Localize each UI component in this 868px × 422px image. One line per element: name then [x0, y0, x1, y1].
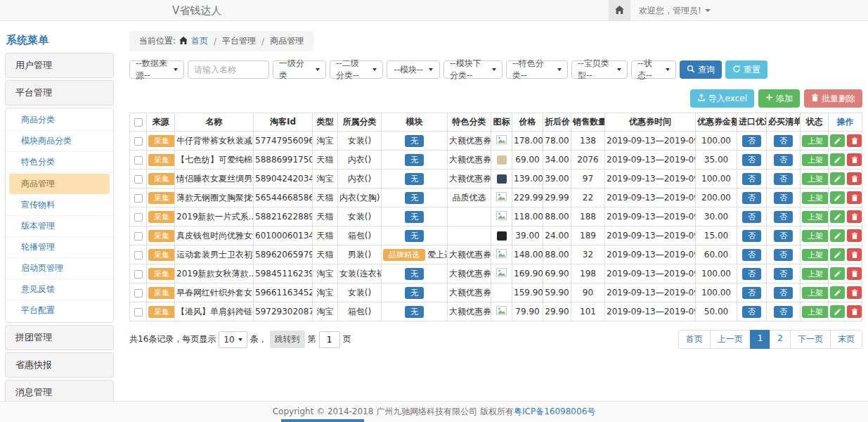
sidebar-section-13[interactable]: 省惠快报 — [5, 352, 114, 378]
delete-button[interactable] — [847, 248, 862, 261]
status-badge[interactable]: 上架 — [802, 135, 829, 147]
status-badge[interactable]: 上架 — [802, 154, 829, 166]
delete-button[interactable] — [847, 229, 862, 242]
status-badge[interactable]: 上架 — [802, 192, 829, 204]
sidebar-item-10[interactable]: 意见反馈 — [6, 279, 113, 300]
status-badge[interactable]: 上架 — [802, 211, 829, 223]
sidebar-item-9[interactable]: 启动页管理 — [6, 258, 113, 279]
edit-button[interactable] — [830, 305, 845, 318]
filter-select-3[interactable]: --二级分类-- — [330, 60, 383, 79]
row-checkbox[interactable] — [134, 137, 143, 146]
delete-button[interactable] — [847, 191, 862, 204]
must-buy-toggle[interactable]: 否 — [774, 211, 793, 223]
delete-button[interactable] — [847, 267, 862, 280]
must-buy-toggle[interactable]: 否 — [774, 230, 793, 242]
import-select-toggle[interactable]: 否 — [742, 173, 761, 185]
status-badge[interactable]: 上架 — [802, 287, 829, 299]
import-select-toggle[interactable]: 否 — [742, 287, 761, 299]
sidebar-section-0[interactable]: 用户管理 — [5, 53, 114, 78]
must-buy-toggle[interactable]: 否 — [774, 135, 793, 147]
sidebar-item-11[interactable]: 平台配置 — [6, 300, 113, 321]
edit-button[interactable] — [830, 134, 845, 147]
import-select-toggle[interactable]: 否 — [742, 192, 761, 204]
reset-button[interactable]: 重置 — [725, 60, 767, 79]
must-buy-toggle[interactable]: 否 — [774, 192, 793, 204]
row-checkbox[interactable] — [134, 289, 143, 298]
row-checkbox[interactable] — [134, 156, 143, 165]
row-checkbox[interactable] — [134, 213, 143, 222]
edit-button[interactable] — [830, 248, 845, 261]
page-button-0[interactable]: 首页 — [678, 330, 711, 349]
row-checkbox[interactable] — [134, 194, 143, 203]
edit-button[interactable] — [830, 286, 845, 299]
status-badge[interactable]: 上架 — [802, 173, 829, 185]
sidebar-item-4[interactable]: 特色分类 — [6, 152, 113, 173]
sidebar-section-1[interactable]: 平台管理 — [5, 80, 114, 106]
import-select-toggle[interactable]: 否 — [742, 154, 761, 166]
must-buy-toggle[interactable]: 否 — [774, 154, 793, 166]
edit-button[interactable] — [830, 267, 845, 280]
edit-button[interactable] — [830, 153, 845, 166]
edit-button[interactable] — [830, 229, 845, 242]
must-buy-toggle[interactable]: 否 — [774, 287, 793, 299]
filter-select-4[interactable]: --模块-- — [387, 60, 440, 79]
edit-button[interactable] — [830, 210, 845, 223]
import-select-toggle[interactable]: 否 — [742, 268, 761, 280]
filter-select-7[interactable]: --宝贝类型-- — [571, 60, 628, 79]
sidebar-item-8[interactable]: 轮播管理 — [6, 237, 113, 258]
page-button-3[interactable]: 2 — [770, 330, 791, 349]
status-badge[interactable]: 上架 — [802, 268, 829, 280]
import-select-toggle[interactable]: 否 — [742, 211, 761, 223]
search-button[interactable]: 查询 — [680, 60, 722, 79]
status-badge[interactable]: 上架 — [802, 306, 829, 318]
import-select-toggle[interactable]: 否 — [742, 306, 761, 318]
row-checkbox[interactable] — [134, 251, 143, 260]
import-excel-button[interactable]: 导入excel — [690, 89, 754, 108]
page-button-2[interactable]: 1 — [750, 330, 771, 349]
icp-link[interactable]: 粤ICP备16098006号 — [514, 406, 595, 418]
import-select-toggle[interactable]: 否 — [742, 249, 761, 261]
filter-select-8[interactable]: --状态-- — [631, 60, 676, 79]
status-badge[interactable]: 上架 — [802, 230, 829, 242]
per-page-select[interactable]: 10 — [219, 331, 247, 348]
sidebar-section-12[interactable]: 拼团管理 — [5, 325, 114, 350]
name-search-input[interactable] — [188, 60, 269, 79]
delete-button[interactable] — [847, 172, 862, 185]
must-buy-toggle[interactable]: 否 — [774, 249, 793, 261]
row-checkbox[interactable] — [134, 270, 143, 279]
home-button[interactable] — [609, 0, 630, 21]
must-buy-toggle[interactable]: 否 — [774, 173, 793, 185]
sidebar-item-7[interactable]: 版本管理 — [6, 216, 113, 237]
page-button-4[interactable]: 下一页 — [790, 330, 831, 349]
breadcrumb-home-link[interactable]: 首页 — [191, 35, 208, 47]
import-select-toggle[interactable]: 否 — [742, 135, 761, 147]
sidebar-item-2[interactable]: 商品分类 — [6, 110, 113, 131]
sidebar-item-3[interactable]: 模块商品分类 — [6, 131, 113, 152]
filter-select-0[interactable]: --数据来源-- — [129, 60, 184, 79]
page-button-5[interactable]: 末页 — [830, 330, 862, 349]
page-button-1[interactable]: 上一页 — [710, 330, 751, 349]
edit-button[interactable] — [830, 191, 845, 204]
batch-delete-button[interactable]: 批量删除 — [804, 89, 862, 108]
delete-button[interactable] — [847, 134, 862, 147]
filter-select-2[interactable]: 一级分类 — [273, 60, 326, 79]
select-all-checkbox[interactable] — [134, 118, 143, 127]
row-checkbox[interactable] — [134, 308, 143, 316]
delete-button[interactable] — [847, 305, 862, 318]
must-buy-toggle[interactable]: 否 — [774, 306, 793, 318]
import-select-toggle[interactable]: 否 — [742, 230, 761, 242]
must-buy-toggle[interactable]: 否 — [774, 268, 793, 280]
row-checkbox[interactable] — [134, 175, 143, 184]
edit-button[interactable] — [830, 172, 845, 185]
sidebar-item-6[interactable]: 宣传物料 — [6, 195, 113, 216]
delete-button[interactable] — [847, 153, 862, 166]
filter-select-6[interactable]: --特色分类-- — [506, 60, 568, 79]
add-button[interactable]: 添加 — [758, 89, 800, 108]
filter-select-5[interactable]: --模块下分类-- — [443, 60, 503, 79]
sidebar-section-14[interactable]: 消息管理 — [5, 380, 114, 401]
status-badge[interactable]: 上架 — [802, 249, 829, 261]
sidebar-item-5[interactable]: 商品管理 — [9, 174, 110, 194]
row-checkbox[interactable] — [134, 232, 143, 241]
delete-button[interactable] — [847, 286, 862, 299]
jump-page-input[interactable] — [319, 331, 340, 348]
